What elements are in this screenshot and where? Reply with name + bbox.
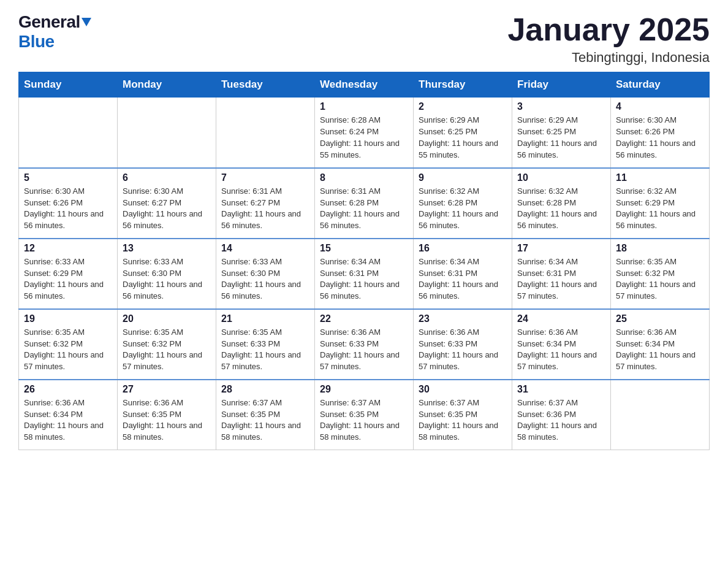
calendar-cell: 21Sunrise: 6:35 AM Sunset: 6:33 PM Dayli… (216, 309, 315, 380)
calendar-cell: 31Sunrise: 6:37 AM Sunset: 6:36 PM Dayli… (512, 380, 611, 450)
calendar-cell: 13Sunrise: 6:33 AM Sunset: 6:30 PM Dayli… (118, 239, 216, 309)
day-number: 12 (24, 243, 112, 254)
calendar-week-row: 26Sunrise: 6:36 AM Sunset: 6:34 PM Dayli… (19, 380, 710, 450)
day-number: 19 (24, 313, 112, 324)
day-number: 20 (123, 313, 211, 324)
day-info: Sunrise: 6:36 AM Sunset: 6:33 PM Dayligh… (419, 327, 507, 373)
calendar-cell: 18Sunrise: 6:35 AM Sunset: 6:32 PM Dayli… (611, 239, 710, 309)
day-info: Sunrise: 6:30 AM Sunset: 6:27 PM Dayligh… (123, 186, 211, 232)
title-section: January 2025 Tebingtinggi, Indonesia (507, 12, 710, 66)
day-info: Sunrise: 6:32 AM Sunset: 6:28 PM Dayligh… (419, 186, 507, 232)
day-number: 24 (517, 313, 605, 324)
calendar-cell (118, 98, 216, 168)
day-info: Sunrise: 6:31 AM Sunset: 6:28 PM Dayligh… (320, 186, 408, 232)
calendar-cell: 19Sunrise: 6:35 AM Sunset: 6:32 PM Dayli… (19, 309, 118, 380)
calendar-cell: 11Sunrise: 6:32 AM Sunset: 6:29 PM Dayli… (611, 168, 710, 239)
day-number: 4 (616, 101, 704, 112)
calendar-week-row: 19Sunrise: 6:35 AM Sunset: 6:32 PM Dayli… (19, 309, 710, 380)
day-number: 5 (24, 172, 112, 183)
day-info: Sunrise: 6:30 AM Sunset: 6:26 PM Dayligh… (616, 115, 704, 161)
day-info: Sunrise: 6:33 AM Sunset: 6:29 PM Dayligh… (24, 256, 112, 302)
day-number: 31 (517, 384, 605, 395)
calendar-cell (216, 98, 315, 168)
day-info: Sunrise: 6:36 AM Sunset: 6:34 PM Dayligh… (517, 327, 605, 373)
day-number: 13 (123, 243, 211, 254)
calendar-table: SundayMondayTuesdayWednesdayThursdayFrid… (18, 72, 710, 450)
day-number: 2 (419, 101, 507, 112)
day-number: 26 (24, 384, 112, 395)
weekday-header-monday: Monday (118, 72, 216, 98)
calendar-week-row: 5Sunrise: 6:30 AM Sunset: 6:26 PM Daylig… (19, 168, 710, 239)
day-info: Sunrise: 6:33 AM Sunset: 6:30 PM Dayligh… (123, 256, 211, 302)
calendar-cell: 5Sunrise: 6:30 AM Sunset: 6:26 PM Daylig… (19, 168, 118, 239)
day-number: 7 (221, 172, 309, 183)
logo-general-text: General (18, 12, 80, 32)
calendar-cell: 24Sunrise: 6:36 AM Sunset: 6:34 PM Dayli… (512, 309, 611, 380)
calendar-cell (611, 380, 710, 450)
day-number: 21 (221, 313, 309, 324)
page-header: General Blue January 2025 Tebingtinggi, … (18, 12, 710, 66)
day-number: 28 (221, 384, 309, 395)
weekday-header-tuesday: Tuesday (216, 72, 315, 98)
day-number: 16 (419, 243, 507, 254)
day-info: Sunrise: 6:37 AM Sunset: 6:35 PM Dayligh… (419, 397, 507, 443)
calendar-cell: 16Sunrise: 6:34 AM Sunset: 6:31 PM Dayli… (414, 239, 512, 309)
calendar-cell: 23Sunrise: 6:36 AM Sunset: 6:33 PM Dayli… (414, 309, 512, 380)
day-number: 18 (616, 243, 704, 254)
calendar-cell: 20Sunrise: 6:35 AM Sunset: 6:32 PM Dayli… (118, 309, 216, 380)
calendar-cell: 10Sunrise: 6:32 AM Sunset: 6:28 PM Dayli… (512, 168, 611, 239)
day-info: Sunrise: 6:31 AM Sunset: 6:27 PM Dayligh… (221, 186, 309, 232)
calendar-cell: 4Sunrise: 6:30 AM Sunset: 6:26 PM Daylig… (611, 98, 710, 168)
day-number: 29 (320, 384, 408, 395)
day-info: Sunrise: 6:37 AM Sunset: 6:35 PM Dayligh… (320, 397, 408, 443)
day-number: 23 (419, 313, 507, 324)
day-number: 15 (320, 243, 408, 254)
day-info: Sunrise: 6:34 AM Sunset: 6:31 PM Dayligh… (517, 256, 605, 302)
day-info: Sunrise: 6:35 AM Sunset: 6:33 PM Dayligh… (221, 327, 309, 373)
location-text: Tebingtinggi, Indonesia (507, 50, 710, 66)
day-number: 11 (616, 172, 704, 183)
calendar-cell: 15Sunrise: 6:34 AM Sunset: 6:31 PM Dayli… (315, 239, 414, 309)
day-info: Sunrise: 6:37 AM Sunset: 6:35 PM Dayligh… (221, 397, 309, 443)
weekday-header-thursday: Thursday (414, 72, 512, 98)
logo: General Blue (18, 12, 91, 52)
day-info: Sunrise: 6:36 AM Sunset: 6:34 PM Dayligh… (24, 397, 112, 443)
day-info: Sunrise: 6:32 AM Sunset: 6:28 PM Dayligh… (517, 186, 605, 232)
calendar-cell: 26Sunrise: 6:36 AM Sunset: 6:34 PM Dayli… (19, 380, 118, 450)
calendar-cell: 1Sunrise: 6:28 AM Sunset: 6:24 PM Daylig… (315, 98, 414, 168)
calendar-cell: 30Sunrise: 6:37 AM Sunset: 6:35 PM Dayli… (414, 380, 512, 450)
logo-blue-text: Blue (18, 32, 55, 52)
calendar-week-row: 1Sunrise: 6:28 AM Sunset: 6:24 PM Daylig… (19, 98, 710, 168)
calendar-cell: 22Sunrise: 6:36 AM Sunset: 6:33 PM Dayli… (315, 309, 414, 380)
calendar-cell: 17Sunrise: 6:34 AM Sunset: 6:31 PM Dayli… (512, 239, 611, 309)
day-number: 30 (419, 384, 507, 395)
day-info: Sunrise: 6:28 AM Sunset: 6:24 PM Dayligh… (320, 115, 408, 161)
day-number: 25 (616, 313, 704, 324)
day-info: Sunrise: 6:35 AM Sunset: 6:32 PM Dayligh… (123, 327, 211, 373)
calendar-cell: 7Sunrise: 6:31 AM Sunset: 6:27 PM Daylig… (216, 168, 315, 239)
calendar-cell: 25Sunrise: 6:36 AM Sunset: 6:34 PM Dayli… (611, 309, 710, 380)
logo-triangle-icon (82, 18, 91, 26)
day-number: 3 (517, 101, 605, 112)
month-title: January 2025 (507, 12, 710, 47)
day-number: 14 (221, 243, 309, 254)
day-info: Sunrise: 6:36 AM Sunset: 6:33 PM Dayligh… (320, 327, 408, 373)
weekday-header-saturday: Saturday (611, 72, 710, 98)
day-number: 6 (123, 172, 211, 183)
calendar-cell: 8Sunrise: 6:31 AM Sunset: 6:28 PM Daylig… (315, 168, 414, 239)
weekday-header-friday: Friday (512, 72, 611, 98)
day-info: Sunrise: 6:30 AM Sunset: 6:26 PM Dayligh… (24, 186, 112, 232)
day-number: 17 (517, 243, 605, 254)
day-info: Sunrise: 6:29 AM Sunset: 6:25 PM Dayligh… (517, 115, 605, 161)
day-info: Sunrise: 6:37 AM Sunset: 6:36 PM Dayligh… (517, 397, 605, 443)
day-number: 27 (123, 384, 211, 395)
calendar-cell: 3Sunrise: 6:29 AM Sunset: 6:25 PM Daylig… (512, 98, 611, 168)
day-info: Sunrise: 6:35 AM Sunset: 6:32 PM Dayligh… (24, 327, 112, 373)
calendar-cell: 2Sunrise: 6:29 AM Sunset: 6:25 PM Daylig… (414, 98, 512, 168)
calendar-cell: 14Sunrise: 6:33 AM Sunset: 6:30 PM Dayli… (216, 239, 315, 309)
weekday-header-wednesday: Wednesday (315, 72, 414, 98)
calendar-cell: 27Sunrise: 6:36 AM Sunset: 6:35 PM Dayli… (118, 380, 216, 450)
day-info: Sunrise: 6:34 AM Sunset: 6:31 PM Dayligh… (419, 256, 507, 302)
weekday-header-row: SundayMondayTuesdayWednesdayThursdayFrid… (19, 72, 710, 98)
calendar-cell: 29Sunrise: 6:37 AM Sunset: 6:35 PM Dayli… (315, 380, 414, 450)
